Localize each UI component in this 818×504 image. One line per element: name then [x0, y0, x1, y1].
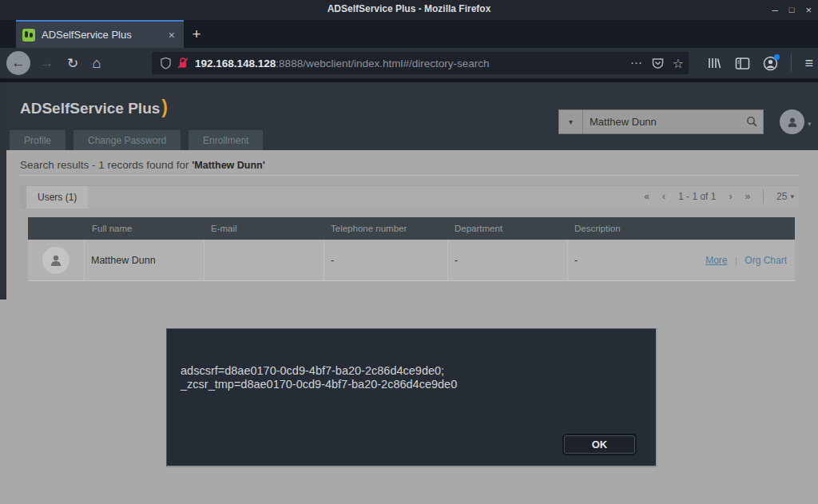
cookie-line-1: adscsrf=d8ae0170-0cd9-4bf7-ba20-2c86d4ce…	[181, 364, 457, 378]
tab-close-button[interactable]: ×	[166, 29, 177, 42]
library-icon[interactable]	[706, 56, 722, 70]
cell-department: -	[447, 240, 567, 280]
pagination: « ‹ 1 - 1 of 1 › » 25 ▾	[644, 185, 794, 208]
app-header: ADSelfService Plus) ▾ ▾ Profile Change P…	[0, 82, 818, 150]
logo-swoosh-icon: )	[161, 97, 168, 117]
reload-button[interactable]: ↻	[61, 51, 85, 75]
cell-telephone: -	[324, 240, 447, 280]
results-text: Search results - 1 records found for	[20, 159, 192, 171]
col-department: Department	[447, 224, 567, 233]
maximize-button[interactable]: □	[789, 6, 795, 14]
minimize-button[interactable]: –	[772, 5, 778, 15]
table-row[interactable]: Matthew Dunn - - - More | Org Chart	[28, 240, 795, 281]
close-button[interactable]: ×	[805, 5, 812, 15]
tab-strip: ADSelfService Plus × +	[0, 20, 818, 48]
row-avatar-icon	[42, 247, 69, 274]
window-title: ADSelfService Plus - Mozilla Firefox	[0, 3, 818, 14]
col-description: Description	[567, 224, 687, 233]
site-favicon-icon	[22, 29, 35, 42]
tab-title: ADSelfService Plus	[42, 29, 166, 41]
pager-first-button[interactable]: «	[644, 191, 649, 202]
home-button[interactable]: ⌂	[85, 51, 109, 75]
tracking-protection-shield-icon[interactable]	[157, 54, 174, 72]
firefox-window: ADSelfService Plus - Mozilla Firefox – □…	[0, 0, 818, 504]
window-titlebar: ADSelfService Plus - Mozilla Firefox – □…	[0, 0, 818, 20]
url-text[interactable]: 192.168.148.128:8888/webclient/index.htm…	[195, 58, 625, 69]
app-logo-text: ADSelfService Plus	[20, 100, 160, 117]
page-actions-icon[interactable]: ⋯	[630, 56, 643, 70]
results-search-term: 'Matthew Dunn'	[192, 160, 264, 171]
browser-tab[interactable]: ADSelfService Plus ×	[16, 20, 184, 48]
forward-button[interactable]: →	[35, 51, 59, 75]
toolbar-divider	[791, 54, 792, 72]
page-viewport: ADSelfService Plus) ▾ ▾ Profile Change P…	[0, 82, 818, 504]
table-header-row: Full name E-mail Telephone number Depart…	[28, 217, 795, 240]
app-logo: ADSelfService Plus)	[20, 97, 168, 118]
search-input[interactable]	[583, 116, 741, 128]
user-avatar-button[interactable]	[780, 109, 804, 134]
cell-email	[204, 240, 324, 280]
alert-dialog: adscsrf=d8ae0170-0cd9-4bf7-ba20-2c86d4ce…	[166, 328, 657, 467]
directory-search-box[interactable]: ▾	[558, 109, 764, 134]
cookie-line-2: _zcsr_tmp=d8ae0170-0cd9-4bf7-ba20-2c86d4…	[181, 378, 457, 391]
pager-prev-button[interactable]: ‹	[662, 191, 665, 202]
pager-last-button[interactable]: »	[745, 191, 750, 202]
search-results-summary: Search results - 1 records found for 'Ma…	[20, 159, 265, 171]
page-size-caret-icon: ▾	[790, 192, 794, 200]
tab-profile[interactable]: Profile	[10, 130, 66, 150]
tab-enrollment[interactable]: Enrollment	[189, 130, 263, 150]
cell-description: -	[567, 240, 687, 280]
users-results-tab[interactable]: Users (1)	[26, 186, 88, 208]
new-tab-button[interactable]: +	[185, 23, 208, 46]
menu-button[interactable]: ≡	[804, 55, 813, 72]
search-magnifier-icon[interactable]	[741, 116, 763, 128]
results-divider	[20, 175, 799, 176]
page-size-dropdown[interactable]: 25 ▾	[776, 191, 794, 202]
back-button[interactable]: ←	[6, 51, 30, 75]
col-email: E-mail	[204, 224, 324, 233]
bookmark-star-icon[interactable]: ☆	[673, 56, 684, 71]
search-scope-caret-icon[interactable]: ▾	[559, 110, 583, 133]
app-nav-tabs: Profile Change Password Enrollment	[10, 130, 263, 150]
pager-next-button[interactable]: ›	[729, 191, 732, 202]
more-link[interactable]: More	[705, 255, 727, 266]
cell-full-name: Matthew Dunn	[84, 240, 204, 280]
page-size-value: 25	[776, 191, 787, 202]
account-notification-dot	[774, 54, 780, 60]
ok-button[interactable]: OK	[564, 435, 635, 454]
url-host: 192.168.148.128	[195, 58, 276, 69]
col-telephone: Telephone number	[324, 224, 447, 233]
navigation-toolbar: ← → ↻ ⌂ 192.168.148.128:8888/webclient/i…	[0, 48, 818, 78]
col-full-name: Full name	[84, 224, 204, 233]
users-table: Full name E-mail Telephone number Depart…	[28, 217, 795, 281]
pager-range-label: 1 - 1 of 1	[678, 191, 716, 202]
cell-actions: More | Org Chart	[687, 255, 795, 266]
org-chart-link[interactable]: Org Chart	[745, 255, 787, 266]
user-menu-caret-icon[interactable]: ▾	[808, 120, 812, 128]
account-icon[interactable]	[763, 56, 778, 71]
tab-change-password[interactable]: Change Password	[73, 130, 181, 150]
results-panel-bar: Users (1) « ‹ 1 - 1 of 1 › » 25 ▾	[20, 185, 799, 208]
alert-message: adscsrf=d8ae0170-0cd9-4bf7-ba20-2c86d4ce…	[181, 364, 457, 391]
page-left-edge	[0, 82, 6, 300]
sidebar-icon[interactable]	[735, 57, 750, 70]
link-separator: |	[735, 256, 737, 265]
insecure-lock-icon[interactable]	[174, 54, 192, 72]
url-bar[interactable]: 192.168.148.128:8888/webclient/index.htm…	[152, 52, 689, 74]
pocket-icon[interactable]	[651, 57, 665, 69]
url-path: :8888/webclient/index.html#/directory-se…	[276, 58, 489, 69]
